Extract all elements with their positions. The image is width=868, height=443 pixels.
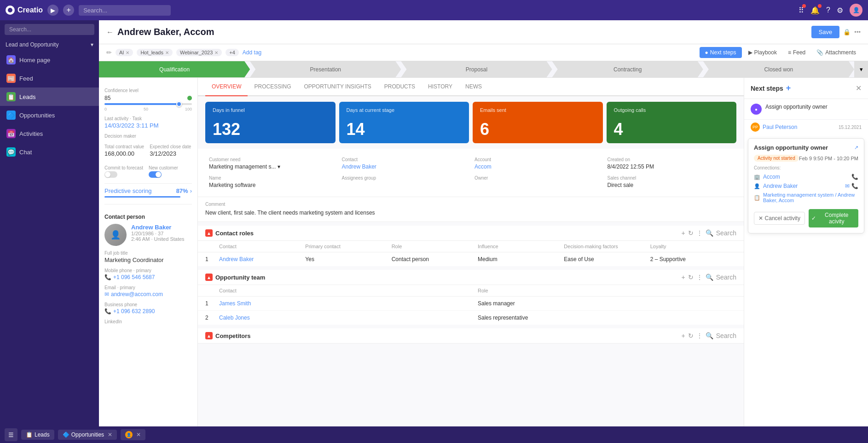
mobile-phone[interactable]: 📞 +1 096 546 5687 — [104, 274, 192, 280]
stage-presentation[interactable]: Presentation — [250, 61, 401, 77]
competitors-refresh[interactable]: ↻ — [688, 332, 694, 339]
tag-webinar-close[interactable]: ✕ — [214, 50, 218, 55]
sidebar-search-container — [0, 20, 99, 39]
last-activity-date[interactable]: 14/03/2022 — [104, 122, 134, 129]
last-activity-time[interactable]: 3:11 PM — [136, 122, 158, 129]
play-button[interactable]: ▶ — [47, 5, 58, 16]
save-button[interactable]: Save — [811, 26, 840, 38]
tab-overview[interactable]: OVERVIEW — [205, 78, 248, 96]
next-steps-add-button[interactable]: + — [786, 83, 791, 93]
stage-dropdown[interactable]: ▾ — [854, 61, 868, 77]
tab-news[interactable]: NEWS — [459, 78, 488, 96]
contact-roles-more[interactable]: ⋮ — [696, 229, 703, 237]
next-steps-button[interactable]: ● Next steps — [700, 47, 742, 58]
next-step-user-name[interactable]: Paul Peterson — [763, 124, 797, 130]
bottom-user-close[interactable]: ✕ — [136, 431, 141, 438]
lock-icon[interactable]: 🔒 — [843, 29, 851, 35]
help-icon[interactable]: ? — [826, 6, 830, 14]
sidebar-toggle-button[interactable]: ☰ — [5, 428, 17, 441]
competitors-search-label[interactable]: Search — [716, 332, 736, 339]
commit-forecast-toggle[interactable] — [104, 171, 117, 178]
new-customer-toggle[interactable] — [149, 171, 162, 178]
business-phone-icon: 📞 — [104, 308, 111, 315]
attachments-button[interactable]: 📎 Attachments — [812, 47, 861, 58]
popup-link[interactable]: ↗ — [854, 145, 858, 151]
opp-team-contact-2[interactable]: Caleb Jones — [219, 315, 478, 321]
tab-history[interactable]: HISTORY — [422, 78, 459, 96]
apps-icon[interactable]: ⠿ — [799, 6, 804, 15]
stage-contracting[interactable]: Contracting — [552, 61, 703, 77]
predictive-label[interactable]: Predictive scoring — [104, 187, 152, 194]
email-link[interactable]: ✉ andrew@accom.com — [104, 291, 192, 297]
popup-conn-accom[interactable]: 🏢 Accom 📞 — [754, 172, 858, 181]
back-button[interactable]: ← — [106, 28, 114, 36]
competitors-header: ▲ Competitors + ↻ ⋮ 🔍 Search — [198, 328, 744, 344]
settings-icon[interactable]: ⚙ — [837, 6, 843, 15]
customer-need-value[interactable]: Marketing management s... ▾ — [209, 163, 335, 170]
global-search-input[interactable] — [79, 5, 171, 16]
sidebar-search-input[interactable] — [5, 24, 94, 35]
user-avatar[interactable]: 👤 — [850, 4, 862, 17]
opp-team-add[interactable]: + — [681, 274, 685, 281]
contact-roles-search-icon[interactable]: 🔍 — [706, 229, 713, 237]
total-contract-section: Total contract value 168,000.00 — [104, 140, 144, 157]
complete-activity-button[interactable]: ✓ Complete acivity — [809, 209, 859, 227]
competitors-search-icon[interactable]: 🔍 — [706, 332, 713, 339]
stage-proposal[interactable]: Proposal — [401, 61, 552, 77]
sidebar-item-leads[interactable]: 📋 Leads — [0, 87, 99, 106]
add-button[interactable]: + — [63, 5, 74, 16]
competitors-add[interactable]: + — [681, 332, 685, 339]
contact-roles-icon: ▲ — [205, 229, 213, 237]
popup-conn-andrew[interactable]: 👤 Andrew Baker ✉ 📞 — [754, 181, 858, 191]
contact-roles-refresh[interactable]: ↻ — [688, 229, 694, 237]
bottom-opportunities-close[interactable]: ✕ — [108, 431, 112, 438]
opp-team-search-icon[interactable]: 🔍 — [706, 274, 713, 281]
contact-person-section: Contact person 👤 Andrew Baker 1/20/1986 … — [104, 204, 192, 324]
assign-owner-popup: Assign opportunity owner ↗ Activity not … — [748, 138, 864, 233]
tab-opportunity-insights[interactable]: OPPORTUNITY INSIGHTS — [297, 78, 377, 96]
sidebar-section-label[interactable]: Lead and Opportunity ▾ — [0, 39, 99, 51]
cancel-activity-button[interactable]: ✕ Cancel activity — [754, 212, 805, 225]
bottom-user-item[interactable]: 👤 ✕ — [121, 429, 145, 440]
tag-extra[interactable]: +4 — [226, 49, 239, 56]
account-value[interactable]: Accom — [475, 163, 600, 170]
more-options-icon[interactable]: ••• — [854, 29, 861, 35]
bottom-leads-item[interactable]: 📋 Leads — [21, 430, 54, 440]
contact-role-contact-1[interactable]: Andrew Baker — [219, 256, 305, 262]
opp-team-contact-1[interactable]: James Smith — [219, 300, 478, 307]
sidebar-item-feed[interactable]: 📰 Feed — [0, 69, 99, 87]
stage-closed-won[interactable]: Closed won — [703, 61, 854, 77]
popup-conn-activity[interactable]: 📋 Marketing management system / Andrew B… — [754, 191, 858, 204]
sidebar-item-opportunities[interactable]: 🔷 Opportunities — [0, 106, 99, 124]
business-phone[interactable]: 📞 +1 096 632 2890 — [104, 308, 192, 315]
sidebar-item-home[interactable]: 🏠 Home page — [0, 51, 99, 69]
contact-roles-search-label[interactable]: Search — [716, 229, 736, 237]
tab-processing[interactable]: PROCESSING — [248, 78, 297, 96]
competitors-more[interactable]: ⋮ — [696, 332, 703, 339]
created-on-value: 8/4/2022 12:55 PM — [608, 163, 733, 170]
total-contract-value: 168,000.00 — [104, 150, 144, 157]
opp-team-refresh[interactable]: ↻ — [688, 274, 694, 281]
bottom-opportunities-item[interactable]: 🔷 Opportunities ✕ — [58, 430, 117, 440]
opp-team-search-label[interactable]: Search — [716, 274, 736, 281]
tab-products[interactable]: PRODUCTS — [378, 78, 422, 96]
stage-qualification[interactable]: Qualification — [99, 61, 250, 77]
feed-button[interactable]: ≡ Feed — [783, 47, 810, 58]
outgoing-calls-value: 4 — [614, 121, 729, 138]
sidebar-item-activities[interactable]: 📅 Activities — [0, 124, 99, 143]
contact-roles-add[interactable]: + — [681, 229, 685, 237]
playbook-button[interactable]: ▶ Playbook — [744, 47, 781, 58]
predictive-chevron[interactable]: › — [190, 187, 192, 194]
notifications-icon[interactable]: 🔔 — [810, 6, 820, 15]
opp-team-more[interactable]: ⋮ — [696, 274, 703, 281]
next-steps-close-button[interactable]: ✕ — [856, 84, 862, 93]
home-icon: 🏠 — [6, 55, 16, 64]
contact-name[interactable]: Andrew Baker — [131, 224, 185, 231]
add-tag-button[interactable]: Add tag — [243, 49, 261, 56]
next-step-assign-owner[interactable]: ● Assign opportunity owner — [744, 99, 868, 120]
contact-value[interactable]: Andrew Baker — [342, 163, 468, 170]
tag-hot-leads-close[interactable]: ✕ — [165, 50, 169, 55]
confidence-slider[interactable] — [104, 103, 192, 105]
sidebar-item-chat[interactable]: 💬 Chat — [0, 143, 99, 161]
tag-ai-close[interactable]: ✕ — [126, 50, 129, 55]
